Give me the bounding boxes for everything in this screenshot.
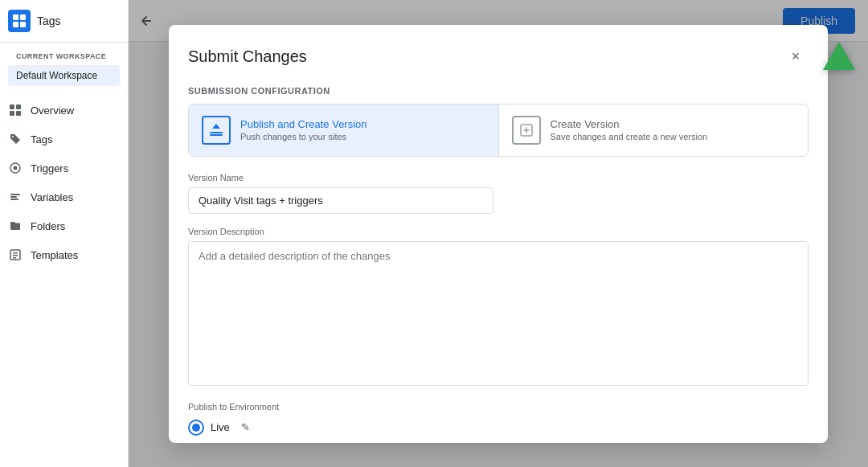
publish-option-desc: Push changes to your sites — [240, 132, 485, 141]
svg-rect-12 — [10, 196, 17, 198]
sidebar-item-templates[interactable]: Templates — [0, 240, 121, 269]
sidebar-header: Tags — [0, 0, 128, 43]
modal-overlay[interactable]: Submit Changes × Submission Configuratio… — [129, 0, 868, 467]
env-name-label: Live — [211, 421, 230, 433]
svg-rect-18 — [210, 132, 223, 133]
env-row: Live ✎ — [188, 418, 809, 437]
env-radio-dot — [192, 424, 200, 432]
dialog-header: Submit Changes × — [188, 44, 809, 70]
create-option-desc: Save changes and create a new version — [551, 132, 796, 141]
app-logo — [8, 10, 31, 32]
svg-rect-7 — [16, 111, 21, 116]
version-name-label: Version Name — [188, 173, 809, 182]
arrow-up-icon — [823, 42, 855, 70]
svg-rect-2 — [13, 22, 18, 27]
publish-env-section: Publish to Environment Live ✎ — [188, 402, 809, 437]
sidebar: Tags CURRENT WORKSPACE Default Workspace… — [0, 0, 129, 467]
svg-rect-6 — [10, 111, 14, 116]
env-edit-button[interactable]: ✎ — [236, 418, 256, 437]
svg-rect-13 — [10, 199, 18, 200]
sidebar-item-variables[interactable]: Variables — [0, 182, 121, 211]
create-option-title: Create Version — [551, 118, 796, 130]
svg-rect-5 — [16, 104, 21, 109]
folders-icon — [8, 219, 23, 233]
sidebar-item-overview-label: Overview — [31, 104, 74, 117]
svg-point-8 — [12, 136, 14, 137]
dialog-title: Submit Changes — [188, 47, 307, 66]
version-name-group: Version Name — [188, 173, 809, 214]
submission-config-label: Submission Configuration — [188, 86, 809, 96]
publish-option-icon — [202, 116, 231, 145]
config-option-publish[interactable]: Publish and Create Version Push changes … — [189, 104, 499, 156]
svg-point-10 — [14, 166, 18, 170]
svg-rect-15 — [13, 252, 18, 254]
svg-rect-19 — [210, 134, 223, 136]
create-option-icon — [512, 116, 541, 145]
publish-env-label: Publish to Environment — [188, 402, 809, 412]
config-options: Publish and Create Version Push changes … — [188, 104, 809, 157]
svg-rect-11 — [10, 194, 20, 195]
sidebar-item-templates-label: Templates — [31, 249, 78, 261]
version-name-input[interactable] — [188, 187, 493, 214]
publish-option-info: Publish and Create Version Push changes … — [240, 118, 485, 141]
arrow-indicator — [823, 42, 855, 74]
version-desc-group: Version Description — [188, 227, 809, 389]
svg-rect-17 — [13, 257, 16, 259]
current-workspace-label: CURRENT WORKSPACE — [8, 49, 120, 62]
env-radio-icon — [188, 420, 204, 436]
tags-icon — [8, 132, 23, 146]
svg-rect-0 — [13, 14, 18, 20]
sidebar-item-tags[interactable]: Tags — [0, 125, 121, 154]
publish-option-title: Publish and Create Version — [240, 118, 485, 130]
svg-rect-1 — [20, 14, 26, 20]
sidebar-item-folders-label: Folders — [31, 220, 65, 232]
app-title: Tags — [37, 14, 61, 27]
variables-icon — [8, 190, 23, 204]
svg-rect-3 — [20, 22, 26, 27]
version-desc-textarea[interactable] — [188, 241, 809, 386]
create-option-info: Create Version Save changes and create a… — [551, 118, 796, 141]
sidebar-item-variables-label: Variables — [31, 191, 73, 203]
sidebar-item-folders[interactable]: Folders — [0, 211, 121, 240]
submit-changes-dialog: Submit Changes × Submission Configuratio… — [169, 25, 828, 443]
sidebar-item-triggers-label: Triggers — [31, 162, 68, 174]
sidebar-item-triggers[interactable]: Triggers — [0, 154, 121, 182]
sidebar-item-tags-label: Tags — [31, 133, 52, 145]
config-option-create[interactable]: Create Version Save changes and create a… — [499, 104, 809, 156]
svg-rect-4 — [10, 104, 14, 109]
triggers-icon — [8, 161, 23, 175]
svg-rect-16 — [13, 255, 18, 256]
overview-icon — [8, 103, 23, 117]
templates-icon — [8, 248, 23, 262]
sidebar-item-overview[interactable]: Overview — [0, 96, 121, 125]
version-desc-label: Version Description — [188, 227, 809, 236]
workspace-name[interactable]: Default Workspace — [8, 65, 120, 86]
dialog-close-button[interactable]: × — [783, 44, 809, 70]
main-content: Publish Submit Changes × Submission Conf… — [129, 0, 868, 467]
